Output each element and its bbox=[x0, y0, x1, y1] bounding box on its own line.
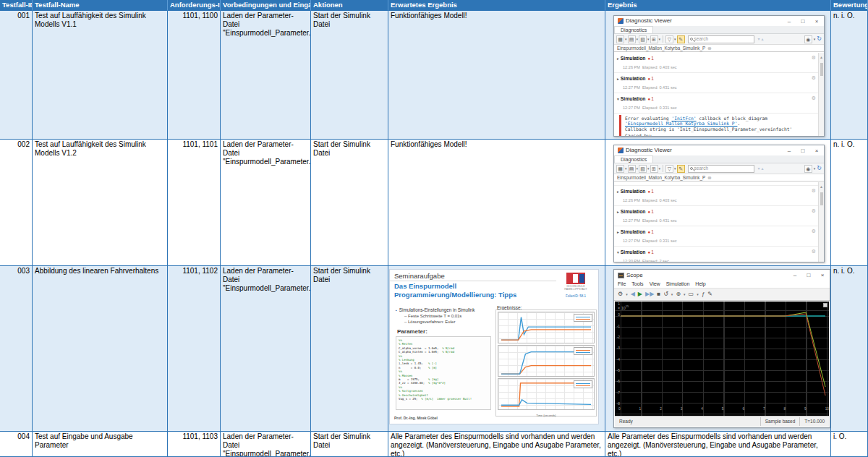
cell-testfall-id[interactable]: 001 bbox=[0, 11, 33, 140]
cell-testfall-name[interactable]: Abbildung des linearen Fahrverhaltens bbox=[33, 266, 168, 432]
measure-icon[interactable]: ƒ bbox=[702, 290, 705, 299]
save-icon[interactable]: ▤ bbox=[628, 165, 636, 173]
settings-icon[interactable]: ◉ bbox=[804, 35, 812, 43]
stop-icon[interactable]: ■ bbox=[657, 290, 660, 299]
col-header-bewertung[interactable]: Bewertung bbox=[831, 0, 868, 11]
gear-icon[interactable]: ⚙ bbox=[812, 247, 816, 256]
maximize-icon[interactable]: □ bbox=[797, 146, 809, 155]
copy-icon[interactable]: ▧ bbox=[639, 165, 647, 173]
window-titlebar[interactable]: Scope – □ × bbox=[614, 270, 830, 281]
maximize-icon[interactable]: □ bbox=[803, 270, 814, 280]
collapse-arrow-icon[interactable]: ▸ bbox=[617, 230, 619, 234]
cell-aktionen[interactable]: Start der Simulink Datei bbox=[311, 140, 388, 266]
collapse-arrow-icon[interactable]: ▸ bbox=[617, 77, 619, 81]
cell-testfall-name[interactable]: Test auf Eingabe und Ausgabe Parameter bbox=[33, 432, 168, 457]
save-icon[interactable]: ▤ bbox=[628, 35, 636, 43]
scrollbar[interactable]: ▲ bbox=[818, 53, 824, 136]
model-doc-tab[interactable]: Einspurmodell_Mallon_Kotyrba_Simulink_P⊗ bbox=[614, 45, 824, 52]
expand-icon[interactable]: ⊞ bbox=[650, 35, 658, 43]
model-link[interactable]: 'Einspurmodell_Mallon_Kotyrba_Simulink_P… bbox=[625, 121, 737, 126]
cell-erwartetes-ergebnis[interactable]: Seminaraufgabe Das Einspurmodell Program… bbox=[388, 266, 605, 432]
refresh-icon[interactable]: ↻ bbox=[817, 164, 822, 173]
expand-icon[interactable]: ⊞ bbox=[650, 165, 658, 173]
cell-vorbedingungen[interactable]: Laden der Parameter-Datei "Einspurmodell… bbox=[221, 266, 311, 432]
copy-icon[interactable]: ▧ bbox=[639, 35, 647, 43]
highlight-icon[interactable]: ✎ bbox=[677, 35, 685, 43]
initfcn-link[interactable]: 'InitFcn' bbox=[671, 116, 696, 121]
simulation-entry[interactable]: ▸Simulation●1⚙ 12:27 PM Elapsed: 0.431 s… bbox=[614, 73, 818, 93]
window-titlebar[interactable]: Diagnostic Viewer – □ × bbox=[614, 16, 824, 26]
run-icon[interactable]: ▶ bbox=[638, 290, 642, 299]
simulation-entry[interactable]: ▸Simulation●1⚙ 12:26 PM Elapsed: 0.403 s… bbox=[614, 53, 818, 73]
col-header-anforderungs-id[interactable]: Anforderungs-ID bbox=[168, 0, 221, 11]
menu-item[interactable]: Help bbox=[695, 280, 705, 289]
refresh-icon[interactable]: ↻ bbox=[817, 35, 822, 43]
close-icon[interactable]: × bbox=[817, 270, 828, 280]
cell-anforderungs-id[interactable]: 1101, 1102 bbox=[168, 266, 221, 432]
span-icon[interactable]: ▭ bbox=[689, 290, 694, 299]
cell-testfall-id[interactable]: 003 bbox=[0, 266, 33, 432]
menu-item[interactable]: Simulation bbox=[666, 280, 690, 289]
cell-ergebnis[interactable]: Diagnostic Viewer – □ × Diagnostics ▦▾ ▤… bbox=[605, 140, 831, 266]
scrollbar[interactable]: ▲ bbox=[818, 182, 824, 262]
col-header-testfall-id[interactable]: Testfall-ID bbox=[0, 0, 33, 11]
search-prev-next-icons[interactable]: ▾▴ bbox=[758, 164, 765, 173]
cell-erwartetes-ergebnis[interactable]: Funktionfähiges Modell! bbox=[388, 140, 605, 266]
col-header-vorbedingungen[interactable]: Vorbedingungen und Eingänge bbox=[221, 0, 311, 11]
cell-anforderungs-id[interactable]: 1101, 1100 bbox=[168, 11, 221, 140]
gear-icon[interactable]: ⚙ bbox=[812, 94, 816, 103]
simulation-entry-expanded[interactable]: ▾Simulation●1⚙ 12:27 PM Elapsed: 0.331 s… bbox=[614, 93, 818, 114]
close-icon[interactable]: × bbox=[811, 146, 822, 155]
step-back-icon[interactable]: ◀ bbox=[631, 290, 635, 299]
close-icon[interactable]: × bbox=[811, 17, 822, 26]
simulation-entry[interactable]: ▸Simulation●1⚙ 12:26 PM Elapsed: 0.403 s… bbox=[614, 186, 818, 206]
simulation-entry[interactable]: ▸Simulation●1⚙ 12:27 PM Elapsed: 0.431 s… bbox=[614, 206, 818, 226]
tab-diagnostics[interactable]: Diagnostics bbox=[614, 155, 653, 163]
annotate-icon[interactable]: ✎ bbox=[707, 290, 712, 299]
cell-testfall-id[interactable]: 004 bbox=[0, 432, 33, 457]
scope-plot[interactable]: × 1015 10-1-2-3-4-5-6-7-8 012345678910 bbox=[615, 302, 829, 416]
minimize-icon[interactable]: – bbox=[783, 17, 795, 26]
expand-arrow-icon[interactable]: ▾ bbox=[617, 250, 619, 255]
gear-icon[interactable]: ⚙ bbox=[812, 54, 816, 62]
cell-vorbedingungen[interactable]: Laden der Parameter-Datei "Einspurmodell… bbox=[221, 432, 311, 457]
layout-icon[interactable]: ▦ bbox=[616, 35, 624, 43]
cell-ergebnis[interactable]: Diagnostic Viewer – □ × Diagnostics ▦▾ ▤… bbox=[605, 11, 831, 140]
cell-bewertung[interactable]: n. i. O. bbox=[831, 11, 868, 140]
cell-erwartetes-ergebnis[interactable]: Funktionfähiges Modell! bbox=[388, 11, 605, 140]
simulation-entry[interactable]: ▸Simulation●1⚙ 12:27 PM Elapsed: 0.331 s… bbox=[614, 226, 818, 247]
cell-anforderungs-id[interactable]: 1101, 1103 bbox=[168, 432, 221, 457]
expand-arrow-icon[interactable]: ▾ bbox=[617, 97, 619, 101]
cell-bewertung[interactable]: n. i. O. bbox=[831, 266, 868, 432]
search-prev-next-icons[interactable]: ▾▴ bbox=[758, 35, 765, 43]
cell-ergebnis[interactable]: Scope – □ × FileToolsViewSimulationHelp … bbox=[605, 266, 831, 432]
cell-vorbedingungen[interactable]: Laden der Parameter-Datei "Einspurmodell… bbox=[221, 11, 311, 140]
collapse-arrow-icon[interactable]: ▸ bbox=[617, 56, 619, 61]
minimize-icon[interactable]: – bbox=[783, 146, 795, 155]
cell-erwartetes-ergebnis[interactable]: Alle Parameter des Einspurmodells sind v… bbox=[388, 432, 605, 457]
cell-vorbedingungen[interactable]: Laden der Parameter-Datei "Einspurmodell… bbox=[221, 140, 311, 266]
menu-item[interactable]: View bbox=[650, 280, 660, 289]
col-header-aktionen[interactable]: Aktionen bbox=[311, 0, 388, 11]
window-titlebar[interactable]: Diagnostic Viewer – □ × bbox=[614, 145, 824, 155]
settings-icon[interactable]: ◉ bbox=[804, 165, 812, 173]
gear-icon[interactable]: ⚙ bbox=[812, 207, 816, 215]
col-header-ergebnis[interactable]: Ergebnis bbox=[605, 0, 831, 11]
gear-icon[interactable]: ⚙ bbox=[812, 227, 816, 236]
cell-aktionen[interactable]: Start der Simulink Datei bbox=[311, 432, 388, 457]
cell-ergebnis[interactable]: Alle Parameter des Einspurmodells sind v… bbox=[605, 432, 831, 457]
step-forward-icon[interactable]: ▶▶ bbox=[645, 290, 654, 299]
cell-bewertung[interactable]: i. O. bbox=[831, 432, 868, 457]
simulation-entry-expanded[interactable]: ▾Simulation●1⚙ 12:30 PM Elapsed: 2 sec bbox=[614, 247, 818, 262]
menu-item[interactable]: Tools bbox=[631, 280, 643, 289]
tab-diagnostics[interactable]: Diagnostics bbox=[614, 26, 653, 33]
cell-testfall-id[interactable]: 002 bbox=[0, 140, 33, 266]
col-header-testfall-name[interactable]: Testfall-Name bbox=[33, 0, 168, 11]
doc-tab-close-icon[interactable]: ⊗ bbox=[707, 44, 711, 53]
col-header-erwartetes-ergebnis[interactable]: Erwartetes Ergebnis bbox=[388, 0, 605, 11]
cell-anforderungs-id[interactable]: 1101, 1101 bbox=[168, 140, 221, 266]
undo-icon[interactable]: ↺ bbox=[663, 290, 668, 299]
gear-icon[interactable]: ⚙ bbox=[812, 74, 816, 82]
maximize-icon[interactable]: □ bbox=[797, 17, 809, 26]
cell-aktionen[interactable]: Start der Simulink Datei bbox=[311, 266, 388, 432]
